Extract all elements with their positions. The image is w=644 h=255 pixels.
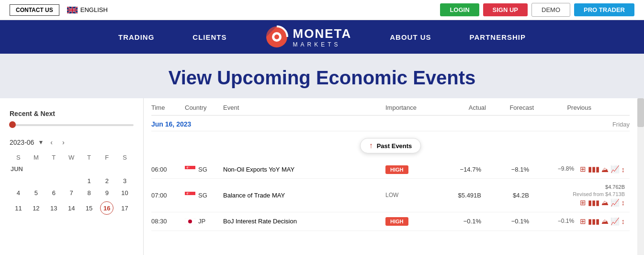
event-1-importance: HIGH [385, 166, 443, 173]
cal-header-s1: S [10, 152, 27, 163]
logo-text: MONETA MARKETS [293, 26, 352, 48]
event-1-country: SG [185, 166, 223, 173]
date-section-row: Jun 16, 2023 Friday [151, 116, 630, 131]
past-events-label: Past Events [377, 142, 412, 150]
event-2-country: SG [185, 192, 223, 199]
event-1-arrows-icon[interactable]: ↕ [621, 165, 625, 174]
svg-point-23 [188, 220, 192, 223]
event-3-line-icon[interactable]: 📈 [610, 217, 620, 226]
event-3-bar-icon[interactable]: ▮▮▮ [588, 217, 599, 226]
time-slider-track[interactable] [10, 124, 134, 126]
event-3-importance: HIGH [385, 218, 443, 225]
sg-flag-icon-2 [185, 192, 195, 198]
event-1-line-icon[interactable]: 📈 [610, 165, 620, 174]
event-1-bar-icon[interactable]: ▮▮▮ [588, 165, 599, 174]
svg-rect-12 [185, 166, 195, 169]
hero-title: View Upcoming Economic Events [0, 67, 644, 89]
demo-button[interactable]: DEMO [531, 3, 570, 17]
event-2-mountain-icon[interactable]: ⛰ [601, 198, 609, 207]
event-2-name: Balance of Trade MAY [223, 192, 385, 199]
event-1-actual: −14.7% [443, 166, 486, 173]
event-3-add-icon[interactable]: ⊞ [580, 217, 586, 226]
cal-header-s2: S [116, 152, 134, 163]
pro-trader-button[interactable]: PRO TRADER [574, 3, 634, 16]
event-row-2: 07:00 SG Balance of Trade MAY LOW $5.491… [151, 179, 630, 212]
contact-button[interactable]: CONTACT US [10, 4, 59, 16]
today-date[interactable]: 16 [100, 201, 113, 215]
event-1-time: 06:00 [151, 166, 185, 173]
next-month-button[interactable]: › [59, 138, 68, 147]
event-1-mountain-icon[interactable]: ⛰ [601, 165, 609, 174]
top-bar-right: LOGIN SIGN UP DEMO PRO TRADER [440, 3, 634, 17]
sidebar: Recent & Next 2023-06 ▼ ‹ › S M T W T F … [0, 98, 144, 255]
top-bar-left: CONTACT US ENGLISH [10, 4, 108, 16]
svg-rect-18 [185, 195, 195, 198]
cal-header-w: W [63, 152, 80, 163]
event-2-previous: $4.762B Revised from $4.713B ⊞ ▮▮▮ ⛰ 📈 ↕ [534, 184, 630, 207]
logo-icon [265, 25, 288, 48]
cal-header-t1: T [45, 152, 63, 163]
main-content: Recent & Next 2023-06 ▼ ‹ › S M T W T F … [0, 98, 644, 255]
language-selector[interactable]: ENGLISH [67, 6, 108, 13]
event-2-line-icon[interactable]: 📈 [610, 198, 620, 207]
navigation-bar: TRADING CLIENTS MONETA MARKETS ABOUT US … [0, 20, 644, 54]
svg-rect-13 [185, 169, 195, 173]
month-value[interactable]: 2023-06 [10, 139, 34, 146]
cal-header-t2: T [80, 152, 98, 163]
table-header: Time Country Event Importance Actual For… [151, 98, 630, 116]
month-selector: 2023-06 ▼ ‹ › [10, 138, 134, 147]
uk-flag-icon [67, 7, 78, 13]
signup-button[interactable]: SIGN UP [483, 3, 528, 16]
nav-clients[interactable]: CLIENTS [192, 33, 226, 41]
event-2-bar-icon[interactable]: ▮▮▮ [588, 198, 599, 207]
prev-month-button[interactable]: ‹ [47, 138, 56, 147]
col-country: Country [185, 104, 223, 111]
scrollbar-thumb[interactable] [637, 98, 644, 127]
calendar: S M T W T F S JUN 1 [10, 152, 134, 217]
date-label: Jun 16, 2023 [151, 120, 191, 128]
event-3-actual: −0.1% [443, 218, 486, 225]
nav-trading[interactable]: TRADING [118, 33, 154, 41]
nav-partnership[interactable]: PARTNERSHIP [470, 33, 526, 41]
event-2-arrows-icon[interactable]: ↕ [621, 198, 625, 207]
col-actual: Actual [443, 104, 486, 111]
cal-header-m: M [27, 152, 45, 163]
nav-about[interactable]: ABOUT US [390, 33, 431, 41]
sg-flag-icon [185, 166, 195, 173]
filter-label: Recent & Next [10, 110, 134, 117]
day-label: Friday [612, 121, 630, 128]
cal-month-name: JUN [10, 163, 134, 175]
login-button[interactable]: LOGIN [440, 3, 479, 16]
month-dropdown-arrow[interactable]: ▼ [38, 139, 44, 146]
col-forecast: Forecast [486, 104, 534, 111]
events-table-area: Time Country Event Importance Actual For… [144, 98, 637, 255]
event-3-arrows-icon[interactable]: ↕ [621, 217, 625, 225]
cal-week-2: 4 5 6 7 8 9 10 [10, 187, 134, 199]
event-2-add-icon[interactable]: ⊞ [580, 198, 586, 207]
top-bar: CONTACT US ENGLISH LOGIN SIGN UP DEMO PR… [0, 0, 644, 20]
slider-thumb[interactable] [9, 121, 16, 128]
past-events-button[interactable]: ↑ Past Events [360, 138, 421, 153]
col-event: Event [223, 104, 385, 111]
event-2-actual: $5.491B [443, 192, 486, 199]
event-3-previous: −0.1% ⊞ ▮▮▮ ⛰ 📈 ↕ [534, 217, 630, 226]
scrollbar[interactable] [637, 98, 644, 255]
svg-point-11 [274, 35, 279, 39]
event-1-add-icon[interactable]: ⊞ [580, 165, 586, 174]
col-importance: Importance [385, 104, 443, 111]
col-time: Time [151, 104, 185, 111]
cal-week-1: 1 2 3 [10, 175, 134, 187]
event-3-time: 08:30 [151, 218, 185, 225]
logo[interactable]: MONETA MARKETS [265, 25, 352, 48]
language-label: ENGLISH [80, 6, 108, 13]
event-2-importance: LOW [385, 192, 443, 198]
event-row-3: 08:30 JP BoJ Interest Rate Decision HIGH… [151, 212, 630, 231]
event-3-forecast: −0.1% [486, 218, 534, 225]
event-3-mountain-icon[interactable]: ⛰ [601, 217, 609, 225]
event-3-name: BoJ Interest Rate Decision [223, 218, 385, 225]
event-1-previous: −9.8% ⊞ ▮▮▮ ⛰ 📈 ↕ [534, 165, 630, 174]
col-previous: Previous [534, 104, 591, 111]
event-row-1: 06:00 SG Non-Oil Exports YoY MAY HIGH −1… [151, 160, 630, 179]
cal-header-f: F [98, 152, 116, 163]
event-2-time: 07:00 [151, 192, 185, 199]
